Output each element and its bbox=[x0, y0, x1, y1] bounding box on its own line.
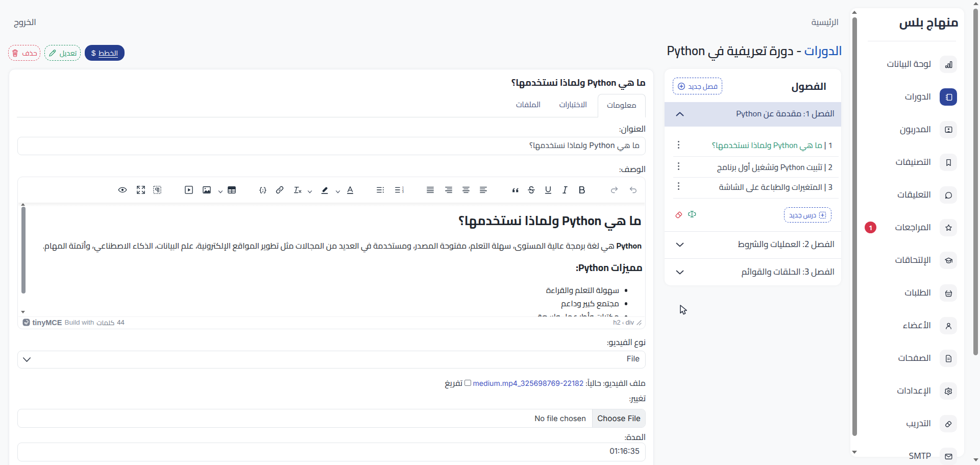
svg-text:3: 3 bbox=[402, 191, 404, 194]
